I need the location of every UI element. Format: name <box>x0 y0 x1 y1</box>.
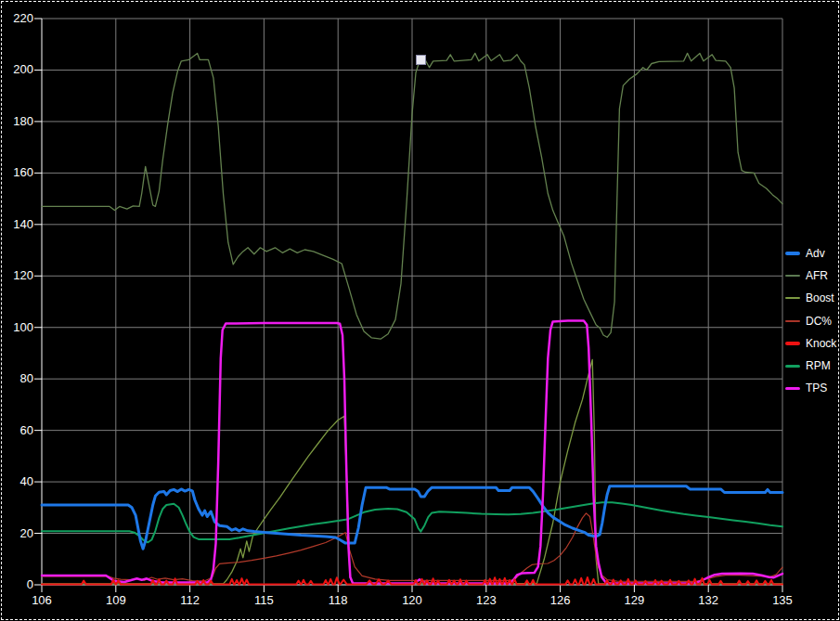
legend-swatch-icon <box>785 342 800 345</box>
y-axis-label: 80 <box>2 372 33 385</box>
legend-item-afr[interactable]: AFR <box>785 265 839 287</box>
legend-label: DC% <box>806 315 832 328</box>
x-axis-label: 115 <box>243 594 284 607</box>
y-axis-label: 200 <box>2 63 33 76</box>
y-axis-label: 160 <box>2 166 33 179</box>
legend-swatch-icon <box>785 320 800 322</box>
x-axis-label: 135 <box>762 594 803 607</box>
legend-item-dc[interactable]: DC% <box>785 310 839 332</box>
y-axis-label: 60 <box>2 424 33 437</box>
y-axis-label: 140 <box>2 218 33 231</box>
y-axis-label: 220 <box>2 12 33 25</box>
legend-swatch-icon <box>785 297 800 299</box>
legend-item-tps[interactable]: TPS <box>785 377 839 399</box>
y-axis-label: 180 <box>2 115 33 128</box>
legend-label: TPS <box>806 382 827 395</box>
legend-label: Boost <box>806 291 834 304</box>
legend-swatch-icon <box>785 365 800 368</box>
chart-legend: AdvAFRBoostDC%KnockRPMTPS <box>785 242 839 399</box>
legend-swatch-icon <box>785 275 800 277</box>
y-axis-label: 0 <box>2 578 33 591</box>
x-axis-label: 123 <box>466 594 507 607</box>
x-axis-label: 112 <box>170 594 211 607</box>
y-axis-label: 100 <box>2 321 33 334</box>
legend-label: Adv <box>806 247 825 260</box>
x-axis-label: 109 <box>96 594 136 607</box>
x-axis-label: 120 <box>392 594 433 607</box>
legend-item-boost[interactable]: Boost <box>785 287 839 309</box>
x-axis-label: 132 <box>688 594 729 607</box>
selected-point-marker[interactable] <box>416 55 426 65</box>
legend-label: Knock <box>806 337 836 350</box>
legend-label: AFR <box>806 269 828 282</box>
legend-swatch-icon <box>785 387 800 390</box>
x-axis-label: 118 <box>317 594 358 607</box>
legend-item-adv[interactable]: Adv <box>785 242 839 265</box>
legend-item-rpm[interactable]: RPM <box>785 355 839 377</box>
x-axis-label: 129 <box>614 594 654 607</box>
legend-label: RPM <box>806 359 831 372</box>
y-axis-label: 120 <box>2 269 33 282</box>
chart-plot-area[interactable] <box>0 0 840 621</box>
legend-swatch-icon <box>785 252 800 255</box>
x-axis-label: 126 <box>540 594 581 607</box>
legend-item-knock[interactable]: Knock <box>785 332 839 355</box>
y-axis-label: 40 <box>2 475 33 488</box>
datalog-viewer-window: 020406080100120140160180200220 106109112… <box>0 0 840 621</box>
y-axis-label: 20 <box>2 527 33 540</box>
x-axis-label: 106 <box>21 594 62 607</box>
